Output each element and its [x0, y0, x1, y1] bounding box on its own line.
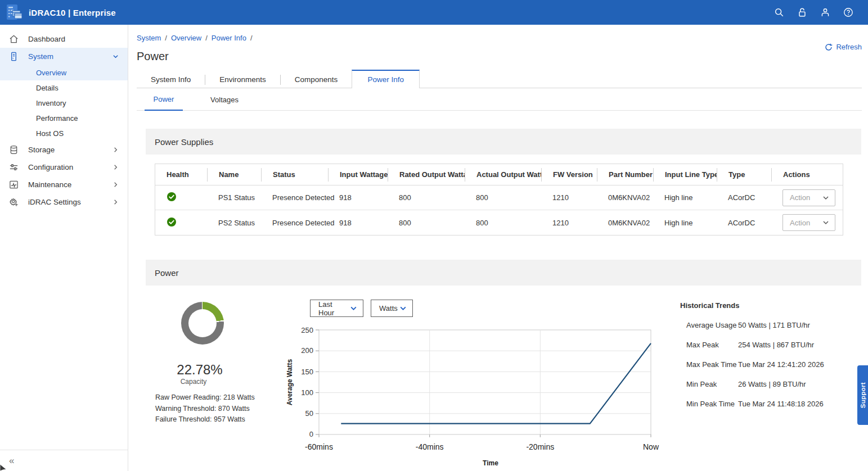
power-section: Power 22.78% Capacity Raw Power Reading:… [146, 260, 861, 471]
cell-part-number: 0M6KNVA02 [597, 219, 653, 227]
cell-input-line-type: High line [653, 193, 717, 202]
sidebar-item-configuration[interactable]: Configuration [0, 158, 128, 176]
sidebar-item-storage[interactable]: Storage [0, 141, 128, 158]
capacity-donut-chart [181, 302, 224, 345]
col-health: Health [155, 168, 207, 182]
sidebar-item-idrac-settings[interactable]: iDRAC Settings [0, 193, 128, 211]
power-supplies-table: Health Name Status Input Wattage Rated O… [155, 164, 843, 235]
sidebar: Dashboard System Overview Details Invent… [0, 25, 128, 471]
user-icon[interactable] [820, 7, 830, 17]
tab-bar: System Info Environments Components Powe… [137, 70, 862, 88]
cell-actual-output: 800 [465, 193, 541, 202]
subtab-power[interactable]: Power [145, 88, 183, 111]
cell-status: Presence Detected [261, 193, 328, 202]
health-ok-icon [167, 192, 177, 202]
storage-icon [9, 145, 19, 155]
capacity-percentage: 22.78% [146, 362, 254, 378]
sidebar-item-inventory[interactable]: Inventory [0, 96, 128, 111]
cell-fw-version: 1210 [541, 219, 597, 227]
sidebar-item-label: Dashboard [28, 35, 65, 43]
failure-threshold: Failure Threshold: 957 Watts [155, 414, 255, 425]
lock-icon[interactable] [797, 7, 807, 17]
col-part-number: Part Number [597, 168, 653, 182]
tab-power-info[interactable]: Power Info [352, 70, 420, 88]
svg-text:50: 50 [305, 409, 313, 418]
trend-min-peak: Min Peak 26 Watts | 89 BTU/hr [680, 380, 849, 388]
trend-average-usage: Average Usage 50 Watts | 171 BTU/hr [680, 321, 849, 329]
subtab-bar: Power Voltages [137, 88, 862, 111]
chevron-right-icon [113, 164, 119, 170]
col-input-wattage: Input Wattage [328, 168, 388, 182]
col-input-line-type: Input Line Type [653, 168, 717, 182]
col-type: Type [717, 168, 771, 182]
col-status: Status [261, 168, 328, 182]
tab-components[interactable]: Components [281, 71, 352, 88]
cell-input-line-type: High line [653, 219, 717, 227]
sidebar-item-label: Maintenance [28, 180, 71, 189]
cell-input-wattage: 918 [328, 219, 388, 227]
refresh-button[interactable]: Refresh [825, 43, 862, 51]
power-history-chart: 0 50 100 150 200 250 -60mins -40mins -20… [284, 325, 661, 470]
cell-name: PS2 Status [207, 219, 261, 227]
svg-text:-40mins: -40mins [416, 442, 444, 451]
sidebar-item-system[interactable]: System [0, 48, 128, 65]
table-row-ps2: PS2 Status Presence Detected 918 800 800… [155, 210, 843, 235]
trend-min-peak-time: Min Peak Time Tue Mar 24 11:48:18 2026 [680, 400, 849, 408]
search-icon[interactable] [774, 7, 784, 17]
breadcrumb-overview[interactable]: Overview [171, 34, 201, 42]
svg-text:150: 150 [301, 368, 313, 376]
page-title: Power [137, 50, 169, 63]
help-icon[interactable] [843, 7, 853, 17]
warning-threshold: Warning Threshold: 870 Watts [155, 404, 255, 415]
col-fw-version: FW Version [541, 168, 597, 182]
gear-icon [9, 197, 19, 207]
power-supplies-section-title: Power Supplies [146, 129, 861, 155]
cell-actual-output: 800 [465, 219, 541, 227]
collapse-sidebar-icon[interactable]: « [9, 455, 13, 467]
main-content: System/Overview/Power Info/ Refresh Powe… [128, 25, 868, 471]
svg-text:Now: Now [643, 442, 659, 451]
sidebar-item-details[interactable]: Details [0, 80, 128, 96]
sidebar-item-overview[interactable]: Overview [0, 65, 128, 80]
chevron-right-icon [113, 199, 119, 205]
breadcrumb-power-info[interactable]: Power Info [212, 34, 246, 42]
trend-max-peak: Max Peak 254 Watts | 867 BTU/hr [680, 341, 849, 349]
subtab-voltages[interactable]: Voltages [205, 88, 244, 111]
chevron-down-icon [399, 305, 407, 312]
tab-system-info[interactable]: System Info [137, 71, 205, 88]
x-axis-label: Time [483, 459, 498, 467]
sidebar-footer: « [0, 450, 128, 471]
col-name: Name [207, 168, 261, 182]
support-tab[interactable]: Support [857, 365, 868, 425]
capacity-label: Capacity [146, 378, 241, 386]
sidebar-item-label: iDRAC Settings [28, 198, 81, 206]
idrac-logo-icon [5, 3, 23, 21]
action-dropdown-ps2[interactable]: Action [782, 214, 835, 231]
chevron-down-icon [822, 219, 829, 226]
table-header-row: Health Name Status Input Wattage Rated O… [155, 164, 843, 185]
historical-trends-title: Historical Trends [680, 301, 849, 310]
power-section-title: Power [146, 260, 861, 286]
power-supplies-section: Power Supplies Health Name Status Input … [146, 129, 861, 247]
svg-text:-20mins: -20mins [526, 442, 554, 451]
pulse-chart-icon [9, 180, 19, 189]
sliders-icon [9, 162, 19, 172]
unit-select[interactable]: Watts [371, 300, 413, 317]
cell-part-number: 0M6KNVA02 [597, 193, 653, 202]
svg-text:-60mins: -60mins [305, 442, 333, 451]
sidebar-item-maintenance[interactable]: Maintenance [0, 176, 128, 193]
sidebar-item-performance[interactable]: Performance [0, 111, 128, 126]
sidebar-item-dashboard[interactable]: Dashboard [0, 30, 128, 48]
col-actual-output: Actual Output Watt… [465, 168, 541, 182]
tab-environments[interactable]: Environments [205, 71, 280, 88]
health-ok-icon [167, 217, 177, 227]
sidebar-item-label: System [28, 52, 53, 61]
sidebar-item-host-os[interactable]: Host OS [0, 126, 128, 141]
time-range-select[interactable]: Last Hour [310, 300, 363, 317]
cell-rated-output: 800 [388, 193, 465, 202]
chevron-right-icon [113, 182, 119, 188]
breadcrumb-system[interactable]: System [137, 34, 161, 42]
svg-text:250: 250 [301, 326, 313, 334]
action-dropdown-ps1[interactable]: Action [782, 189, 835, 206]
raw-power-reading: Raw Power Reading: 218 Watts [155, 392, 255, 404]
